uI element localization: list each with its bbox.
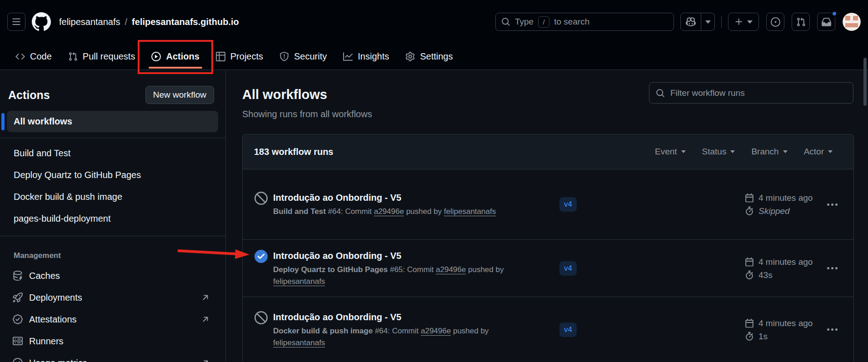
run-time: 4 minutes ago [758,193,813,203]
actions-sidebar: Actions New workflow All workflows Build… [0,70,226,362]
pushed-by-text: pushed by [406,207,442,216]
calendar-icon [745,193,754,203]
run-options-kebab-button[interactable] [823,195,841,213]
external-link-icon [201,293,210,302]
page-scrollbar-thumb[interactable] [863,58,867,106]
run-info: #64: Commit [375,327,419,335]
cache-icon [13,271,23,281]
graph-icon [343,52,353,61]
run-text-block: Introdução ao Onbording - V5 Deploy Quar… [273,249,532,288]
actor-filter-dropdown[interactable]: Actor [804,147,833,157]
status-filter-dropdown[interactable]: Status [702,147,735,157]
branch-badge[interactable]: v4 [559,261,577,276]
sidebar-item-pages-build-deployment[interactable]: pages-build-deployment [0,208,225,229]
actor-link[interactable]: felipesantanafs [273,338,325,347]
tab-code-label: Code [30,51,52,62]
commit-link[interactable]: a29496e [421,327,451,335]
run-options-kebab-button[interactable] [823,321,841,339]
sidebar-header: Actions New workflow [0,70,225,104]
create-new-button[interactable] [728,13,759,31]
external-link-icon [201,359,210,362]
new-workflow-button[interactable]: New workflow [145,86,214,104]
git-pull-request-icon [68,52,78,61]
chevron-down-icon [681,150,686,153]
run-workflow-name: Docker build & push image [273,327,373,335]
run-info: #64: Commit [328,207,372,216]
run-title-link[interactable]: Introdução ao Onbording - V5 [273,311,532,324]
sidebar-item-all-workflows[interactable]: All workflows [7,111,218,132]
sidebar-item-deploy-quartz[interactable]: Deploy Quartz to GitHub Pages [0,164,225,186]
workflow-run-row: Introdução ao Onbording - V5 Build and T… [243,169,853,240]
hamburger-menu-button[interactable] [7,13,25,31]
copilot-button[interactable] [681,13,701,30]
runs-filter-bar: Event Status Branch Actor [655,147,833,157]
tab-projects[interactable]: Projects [208,44,271,69]
tab-code[interactable]: Code [7,44,60,69]
run-options-kebab-button[interactable] [823,259,841,278]
user-avatar[interactable] [843,13,861,31]
shield-icon [279,52,289,61]
sidebar-item-attestations[interactable]: Attestations [0,308,225,330]
run-time-row: 4 minutes ago [745,318,813,328]
tab-security[interactable]: Security [271,44,335,69]
tab-settings-label: Settings [420,51,453,62]
breadcrumb-separator: / [125,17,128,27]
branch-badge[interactable]: v4 [559,197,577,212]
branch-badge[interactable]: v4 [559,322,577,337]
rocket-icon [13,293,23,302]
run-text-block: Introdução ao Onbording - V5 Docker buil… [273,311,532,349]
workflow-list: Build and Test Deploy Quartz to GitHub P… [0,142,225,229]
event-filter-dropdown[interactable]: Event [655,147,686,157]
run-title-link[interactable]: Introdução ao Onbording - V5 [273,191,496,204]
navbar-right-group [766,13,861,31]
copilot-dropdown-button[interactable] [701,13,714,30]
breadcrumb-repo-link[interactable]: felipesantanafs.github.io [132,17,239,27]
commit-link[interactable]: a29496e [436,265,466,274]
tab-actions[interactable]: Actions [143,44,207,69]
play-circle-icon [151,52,161,61]
filter-workflow-runs-input[interactable] [670,88,847,98]
github-logo-icon[interactable] [32,12,51,31]
sidebar-item-runners[interactable]: Runners [0,330,225,352]
run-time: 4 minutes ago [758,318,813,328]
pushed-by-text: pushed by [453,327,489,335]
run-title-link[interactable]: Introdução ao Onbording - V5 [273,249,532,263]
sidebar-item-docker-build[interactable]: Docker build & push image [0,186,225,208]
management-section: Management Caches Deployments [0,247,225,362]
run-meta: 4 minutes ago Skipped [745,193,813,216]
breadcrumb: felipesantanafs / felipesantanafs.github… [59,17,239,27]
tab-pull-requests[interactable]: Pull requests [60,44,144,69]
issues-button[interactable] [766,13,784,31]
sidebar-item-usage-metrics[interactable]: Usage metrics [0,352,225,362]
run-duration: 1s [758,331,768,341]
issue-opened-icon [771,17,780,27]
actor-link[interactable]: felipesantanafs [273,277,325,286]
run-workflow-name: Deploy Quartz to GitHub Pages [273,265,388,274]
slash-keycap: / [538,16,549,28]
tab-settings[interactable]: Settings [397,44,461,69]
server-icon [13,336,23,346]
tab-insights[interactable]: Insights [335,44,397,69]
git-pull-request-icon [796,17,806,27]
run-subtitle: Build and Test #64: Commit a29496e pushe… [273,206,496,218]
sidebar-item-build-and-test[interactable]: Build and Test [0,142,225,164]
run-time: 4 minutes ago [758,257,813,267]
success-status-icon [254,250,268,263]
run-duration-row: 1s [745,331,813,341]
sidebar-item-caches[interactable]: Caches [0,265,225,287]
repo-tab-nav: Code Pull requests Actions Pr [0,44,868,69]
branch-filter-dropdown[interactable]: Branch [751,147,787,157]
sidebar-item-deployments[interactable]: Deployments [0,287,225,308]
pull-requests-button[interactable] [792,13,810,31]
commit-link[interactable]: a29496e [374,207,404,216]
chevron-down-icon [747,20,753,24]
run-main: Introdução ao Onbording - V5 Docker buil… [254,311,532,349]
skipped-status-icon [254,311,268,324]
global-search-input[interactable]: Type / to search [495,13,674,31]
breadcrumb-owner-link[interactable]: felipesantanafs [59,17,120,27]
runs-count: 183 workflow runs [254,147,334,157]
actor-link[interactable]: felipesantanafs [444,207,496,216]
all-workflows-label: All workflows [14,116,72,127]
sidebar-divider [0,138,225,138]
search-placeholder-post: to search [554,17,589,27]
